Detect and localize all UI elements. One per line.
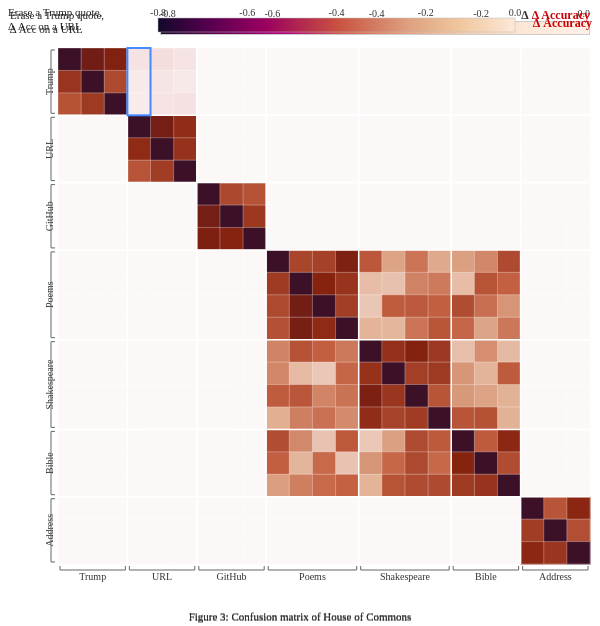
caption: Figure 3: Confusion matrix of House of C… xyxy=(10,610,590,622)
heatmap-canvas xyxy=(0,0,600,626)
main-container: Erase a Trump quote,∆ Acc on a URL -0.8 … xyxy=(0,0,600,626)
